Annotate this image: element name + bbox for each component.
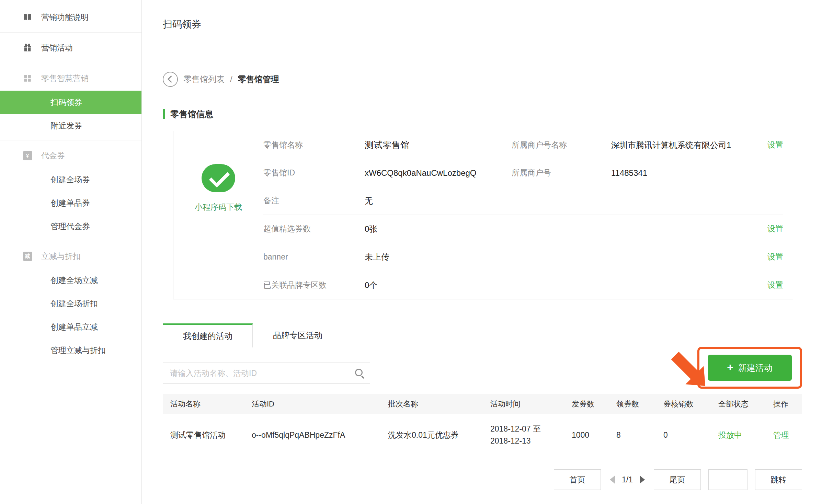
sidebar-item-label: 创建全场券 xyxy=(50,174,90,185)
col-redeemed-count: 券核销数 xyxy=(656,399,711,409)
discount-icon: 减 xyxy=(23,251,32,261)
search-group xyxy=(163,363,370,384)
sidebar-item-label: 管理代金券 xyxy=(50,221,90,232)
grid-icon xyxy=(23,73,32,83)
page-jump-input[interactable] xyxy=(708,469,747,490)
breadcrumb-parent[interactable]: 零售馆列表 xyxy=(183,74,225,85)
search-icon xyxy=(355,368,364,378)
settings-link-brand-zone[interactable]: 设置 xyxy=(767,280,783,290)
merchant-name-label: 所属商户号名称 xyxy=(512,140,611,150)
sidebar-item-create-all-discount[interactable]: 创建全场折扣 xyxy=(0,292,141,315)
first-page-button[interactable]: 首页 xyxy=(554,469,601,490)
page-header: 扫码领券 xyxy=(142,0,822,49)
sidebar-item-nearby-coupon[interactable]: 附近发券 xyxy=(0,114,141,137)
remark-value: 无 xyxy=(365,195,373,206)
sidebar-item-marketing-guide[interactable]: 营销功能说明 xyxy=(0,5,141,30)
activity-time-line2: 2018-12-13 xyxy=(490,435,564,447)
sidebar-item-create-single-reduction[interactable]: 创建单品立减 xyxy=(0,315,141,339)
sidebar-item-label: 创建单品券 xyxy=(50,198,90,208)
merchant-id-label: 所属商户号 xyxy=(512,168,611,178)
prev-page-icon[interactable] xyxy=(610,476,615,484)
new-activity-button-label: 新建活动 xyxy=(738,362,773,374)
mini-program-code-download-link[interactable]: 小程序码下载 xyxy=(195,202,242,213)
settings-link-name[interactable]: 设置 xyxy=(767,140,783,150)
table-row: 测试零售馆活动 o--oMf5qlqPqABHpeZzFfA 洗发水0.01元优… xyxy=(163,414,802,456)
retail-name-label: 零售馆名称 xyxy=(263,140,365,150)
col-batch-name: 批次名称 xyxy=(380,399,483,409)
retail-name-value: 测试零售馆 xyxy=(365,139,512,151)
featured-coupons-value: 0张 xyxy=(365,224,377,234)
sidebar-group-retail-smart-marketing[interactable]: 零售智慧营销 xyxy=(0,66,141,91)
retail-id-label: 零售馆ID xyxy=(263,168,365,178)
activity-time-line1: 2018-12-07 至 xyxy=(490,423,564,435)
info-section-title: 零售馆信息 xyxy=(163,109,802,119)
green-accent-bar xyxy=(163,109,165,119)
sidebar: 营销功能说明 营销活动 零售智慧营销 扫码领券 附近发券 ¥ xyxy=(0,0,142,504)
banner-label: banner xyxy=(263,252,365,262)
next-page-icon[interactable] xyxy=(640,476,645,484)
book-icon xyxy=(23,12,32,22)
card-right-column: 零售馆名称 测试零售馆 所属商户号名称 深圳市腾讯计算机系统有限公司1 设置 零… xyxy=(263,131,793,299)
sidebar-group-discount[interactable]: 减 立减与折扣 xyxy=(0,244,141,268)
col-activity-id: 活动ID xyxy=(244,399,380,409)
cell-issued-count: 1000 xyxy=(564,431,609,440)
manage-link[interactable]: 管理 xyxy=(773,431,789,439)
breadcrumb-separator: / xyxy=(230,75,232,84)
sidebar-item-create-single-voucher[interactable]: 创建单品券 xyxy=(0,191,141,215)
annotation-highlight-box: + 新建活动 xyxy=(697,347,802,389)
sidebar-group-voucher[interactable]: ¥ 代金券 xyxy=(0,143,141,168)
last-page-button[interactable]: 尾页 xyxy=(654,469,701,490)
cell-activity-time: 2018-12-07 至 2018-12-13 xyxy=(483,423,564,447)
sidebar-item-scan-coupon[interactable]: 扫码领券 xyxy=(0,91,141,114)
tab-brand-zone-activities[interactable]: 品牌专区活动 xyxy=(253,323,343,347)
sidebar-section: 营销功能说明 xyxy=(0,2,141,33)
new-activity-button[interactable]: + 新建活动 xyxy=(708,355,792,381)
status-badge: 投放中 xyxy=(711,430,766,440)
cell-claimed-count: 8 xyxy=(609,431,656,440)
sidebar-section: ¥ 代金券 创建全场券 创建单品券 管理代金券 xyxy=(0,140,141,241)
back-button[interactable] xyxy=(163,72,178,87)
sidebar-item-create-all-voucher[interactable]: 创建全场券 xyxy=(0,168,141,191)
cell-batch-name: 洗发水0.01元优惠券 xyxy=(380,430,483,440)
sidebar-item-label: 创建单品立减 xyxy=(50,322,98,332)
breadcrumb-current: 零售馆管理 xyxy=(238,74,279,85)
retail-id-value: xW6CQ8qk0aNauCwLozbegQ xyxy=(365,168,512,178)
annotation-arrow-icon xyxy=(668,349,709,389)
info-row-banner: banner 未上传 设置 xyxy=(263,243,783,271)
retail-info-card: 小程序码下载 零售馆名称 测试零售馆 所属商户号名称 深圳市腾讯计算机系统有限公… xyxy=(173,131,793,299)
search-input[interactable] xyxy=(163,363,349,384)
search-button[interactable] xyxy=(349,363,370,384)
col-claimed-count: 领券数 xyxy=(609,399,656,409)
merchant-name-value: 深圳市腾讯计算机系统有限公司1 xyxy=(611,140,731,151)
page-nav: 1/1 xyxy=(610,475,645,484)
banner-value: 未上传 xyxy=(365,252,389,263)
sidebar-section: 减 立减与折扣 创建全场立减 创建全场折扣 创建单品立减 管理立减与折扣 xyxy=(0,241,141,365)
sidebar-item-create-all-reduction[interactable]: 创建全场立减 xyxy=(0,268,141,292)
col-actions: 操作 xyxy=(766,399,802,409)
sidebar-group-label: 立减与折扣 xyxy=(41,251,81,262)
settings-link-featured[interactable]: 设置 xyxy=(767,224,783,234)
info-row-featured-coupons: 超值精选券数 0张 设置 xyxy=(263,215,783,243)
pagination: 首页 1/1 尾页 跳转 xyxy=(163,469,802,490)
col-issued-count: 发券数 xyxy=(564,399,609,409)
sidebar-item-label: 扫码领券 xyxy=(50,97,82,108)
sidebar-item-label: 附近发券 xyxy=(50,121,82,131)
cell-redeemed-count: 0 xyxy=(656,431,711,440)
featured-coupons-label: 超值精选券数 xyxy=(263,224,365,234)
table-header-row: 活动名称 活动ID 批次名称 活动时间 发券数 领券数 券核销数 全部状态 操作 xyxy=(163,394,802,414)
sidebar-item-label: 营销功能说明 xyxy=(41,12,89,23)
sidebar-item-label: 创建全场折扣 xyxy=(50,298,98,309)
activity-table: 活动名称 活动ID 批次名称 活动时间 发券数 领券数 券核销数 全部状态 操作… xyxy=(163,394,802,456)
sidebar-item-label: 创建全场立减 xyxy=(50,275,98,286)
info-row-name: 零售馆名称 测试零售馆 所属商户号名称 深圳市腾讯计算机系统有限公司1 设置 xyxy=(263,131,783,159)
sidebar-item-manage-reduction-discount[interactable]: 管理立减与折扣 xyxy=(0,339,141,362)
content: 零售馆列表 / 零售馆管理 零售馆信息 小程序码下载 零售馆名称 测试零售馆 所… xyxy=(142,72,822,490)
settings-link-banner[interactable]: 设置 xyxy=(767,252,783,262)
sidebar-section: 零售智慧营销 扫码领券 附近发券 xyxy=(0,63,141,140)
jump-button[interactable]: 跳转 xyxy=(755,469,802,490)
plus-icon: + xyxy=(727,362,733,374)
tab-my-activities[interactable]: 我创建的活动 xyxy=(163,323,253,347)
brand-zone-label: 已关联品牌专区数 xyxy=(263,280,365,290)
sidebar-item-marketing-activity[interactable]: 营销活动 xyxy=(0,35,141,60)
sidebar-item-manage-voucher[interactable]: 管理代金券 xyxy=(0,215,141,238)
